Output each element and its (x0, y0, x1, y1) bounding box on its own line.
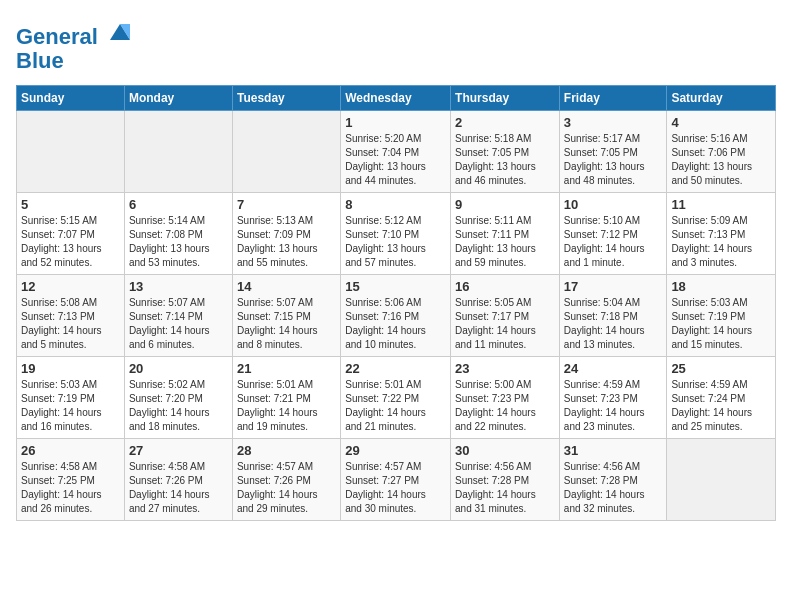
calendar-cell: 8Sunrise: 5:12 AMSunset: 7:10 PMDaylight… (341, 193, 451, 275)
day-number: 13 (129, 279, 228, 294)
day-number: 5 (21, 197, 120, 212)
day-number: 2 (455, 115, 555, 130)
calendar-cell (667, 439, 776, 521)
day-number: 4 (671, 115, 771, 130)
day-number: 1 (345, 115, 446, 130)
calendar-cell: 1Sunrise: 5:20 AMSunset: 7:04 PMDaylight… (341, 111, 451, 193)
header-sunday: Sunday (17, 86, 125, 111)
logo: General Blue (16, 16, 134, 73)
header-monday: Monday (124, 86, 232, 111)
week-row-4: 26Sunrise: 4:58 AMSunset: 7:25 PMDayligh… (17, 439, 776, 521)
day-number: 21 (237, 361, 336, 376)
calendar-cell: 27Sunrise: 4:58 AMSunset: 7:26 PMDayligh… (124, 439, 232, 521)
logo-text: General (16, 16, 134, 49)
calendar-cell: 6Sunrise: 5:14 AMSunset: 7:08 PMDaylight… (124, 193, 232, 275)
week-row-1: 5Sunrise: 5:15 AMSunset: 7:07 PMDaylight… (17, 193, 776, 275)
day-info: Sunrise: 4:56 AMSunset: 7:28 PMDaylight:… (564, 460, 663, 516)
day-info: Sunrise: 4:59 AMSunset: 7:24 PMDaylight:… (671, 378, 771, 434)
header-friday: Friday (559, 86, 667, 111)
day-info: Sunrise: 5:13 AMSunset: 7:09 PMDaylight:… (237, 214, 336, 270)
day-info: Sunrise: 5:14 AMSunset: 7:08 PMDaylight:… (129, 214, 228, 270)
calendar-cell: 9Sunrise: 5:11 AMSunset: 7:11 PMDaylight… (451, 193, 560, 275)
calendar-cell: 15Sunrise: 5:06 AMSunset: 7:16 PMDayligh… (341, 275, 451, 357)
day-info: Sunrise: 5:07 AMSunset: 7:15 PMDaylight:… (237, 296, 336, 352)
day-info: Sunrise: 5:05 AMSunset: 7:17 PMDaylight:… (455, 296, 555, 352)
day-number: 29 (345, 443, 446, 458)
calendar-cell: 25Sunrise: 4:59 AMSunset: 7:24 PMDayligh… (667, 357, 776, 439)
calendar-cell: 28Sunrise: 4:57 AMSunset: 7:26 PMDayligh… (232, 439, 340, 521)
calendar-header-row: SundayMondayTuesdayWednesdayThursdayFrid… (17, 86, 776, 111)
day-number: 10 (564, 197, 663, 212)
calendar-cell: 26Sunrise: 4:58 AMSunset: 7:25 PMDayligh… (17, 439, 125, 521)
day-info: Sunrise: 5:04 AMSunset: 7:18 PMDaylight:… (564, 296, 663, 352)
day-info: Sunrise: 5:03 AMSunset: 7:19 PMDaylight:… (671, 296, 771, 352)
calendar-cell (17, 111, 125, 193)
calendar-cell: 3Sunrise: 5:17 AMSunset: 7:05 PMDaylight… (559, 111, 667, 193)
day-info: Sunrise: 5:17 AMSunset: 7:05 PMDaylight:… (564, 132, 663, 188)
day-number: 9 (455, 197, 555, 212)
header-wednesday: Wednesday (341, 86, 451, 111)
day-info: Sunrise: 5:02 AMSunset: 7:20 PMDaylight:… (129, 378, 228, 434)
day-number: 16 (455, 279, 555, 294)
day-number: 28 (237, 443, 336, 458)
calendar-cell: 5Sunrise: 5:15 AMSunset: 7:07 PMDaylight… (17, 193, 125, 275)
calendar-cell: 10Sunrise: 5:10 AMSunset: 7:12 PMDayligh… (559, 193, 667, 275)
day-number: 27 (129, 443, 228, 458)
day-number: 6 (129, 197, 228, 212)
day-number: 26 (21, 443, 120, 458)
day-info: Sunrise: 5:10 AMSunset: 7:12 PMDaylight:… (564, 214, 663, 270)
day-number: 23 (455, 361, 555, 376)
day-info: Sunrise: 5:07 AMSunset: 7:14 PMDaylight:… (129, 296, 228, 352)
day-info: Sunrise: 4:59 AMSunset: 7:23 PMDaylight:… (564, 378, 663, 434)
calendar-cell (232, 111, 340, 193)
day-info: Sunrise: 4:57 AMSunset: 7:26 PMDaylight:… (237, 460, 336, 516)
day-info: Sunrise: 5:01 AMSunset: 7:22 PMDaylight:… (345, 378, 446, 434)
day-info: Sunrise: 5:09 AMSunset: 7:13 PMDaylight:… (671, 214, 771, 270)
calendar-cell: 16Sunrise: 5:05 AMSunset: 7:17 PMDayligh… (451, 275, 560, 357)
day-info: Sunrise: 5:16 AMSunset: 7:06 PMDaylight:… (671, 132, 771, 188)
day-info: Sunrise: 5:15 AMSunset: 7:07 PMDaylight:… (21, 214, 120, 270)
day-number: 31 (564, 443, 663, 458)
calendar-cell: 30Sunrise: 4:56 AMSunset: 7:28 PMDayligh… (451, 439, 560, 521)
day-number: 14 (237, 279, 336, 294)
calendar-cell: 23Sunrise: 5:00 AMSunset: 7:23 PMDayligh… (451, 357, 560, 439)
day-info: Sunrise: 4:56 AMSunset: 7:28 PMDaylight:… (455, 460, 555, 516)
day-number: 17 (564, 279, 663, 294)
day-number: 12 (21, 279, 120, 294)
day-info: Sunrise: 5:03 AMSunset: 7:19 PMDaylight:… (21, 378, 120, 434)
logo-icon (106, 16, 134, 44)
calendar-cell: 14Sunrise: 5:07 AMSunset: 7:15 PMDayligh… (232, 275, 340, 357)
calendar-cell: 12Sunrise: 5:08 AMSunset: 7:13 PMDayligh… (17, 275, 125, 357)
day-number: 30 (455, 443, 555, 458)
day-number: 19 (21, 361, 120, 376)
day-info: Sunrise: 5:06 AMSunset: 7:16 PMDaylight:… (345, 296, 446, 352)
day-info: Sunrise: 5:00 AMSunset: 7:23 PMDaylight:… (455, 378, 555, 434)
day-info: Sunrise: 5:11 AMSunset: 7:11 PMDaylight:… (455, 214, 555, 270)
page-header: General Blue (16, 16, 776, 73)
day-number: 11 (671, 197, 771, 212)
calendar-cell: 13Sunrise: 5:07 AMSunset: 7:14 PMDayligh… (124, 275, 232, 357)
day-info: Sunrise: 5:18 AMSunset: 7:05 PMDaylight:… (455, 132, 555, 188)
header-thursday: Thursday (451, 86, 560, 111)
day-info: Sunrise: 4:58 AMSunset: 7:26 PMDaylight:… (129, 460, 228, 516)
calendar-cell: 17Sunrise: 5:04 AMSunset: 7:18 PMDayligh… (559, 275, 667, 357)
day-number: 8 (345, 197, 446, 212)
calendar-cell: 2Sunrise: 5:18 AMSunset: 7:05 PMDaylight… (451, 111, 560, 193)
day-info: Sunrise: 5:01 AMSunset: 7:21 PMDaylight:… (237, 378, 336, 434)
calendar-table: SundayMondayTuesdayWednesdayThursdayFrid… (16, 85, 776, 521)
day-number: 18 (671, 279, 771, 294)
calendar-cell (124, 111, 232, 193)
calendar-cell: 11Sunrise: 5:09 AMSunset: 7:13 PMDayligh… (667, 193, 776, 275)
day-number: 3 (564, 115, 663, 130)
day-info: Sunrise: 4:58 AMSunset: 7:25 PMDaylight:… (21, 460, 120, 516)
calendar-cell: 24Sunrise: 4:59 AMSunset: 7:23 PMDayligh… (559, 357, 667, 439)
header-tuesday: Tuesday (232, 86, 340, 111)
day-number: 25 (671, 361, 771, 376)
day-number: 22 (345, 361, 446, 376)
day-number: 20 (129, 361, 228, 376)
calendar-cell: 4Sunrise: 5:16 AMSunset: 7:06 PMDaylight… (667, 111, 776, 193)
calendar-cell: 21Sunrise: 5:01 AMSunset: 7:21 PMDayligh… (232, 357, 340, 439)
day-number: 15 (345, 279, 446, 294)
calendar-cell: 31Sunrise: 4:56 AMSunset: 7:28 PMDayligh… (559, 439, 667, 521)
day-number: 7 (237, 197, 336, 212)
